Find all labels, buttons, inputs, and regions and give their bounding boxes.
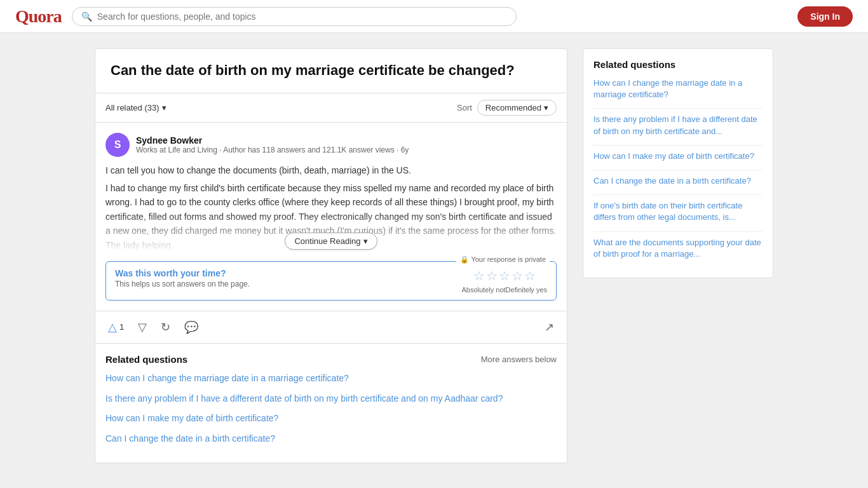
question-title: Can the date of birth on my marriage cer…: [111, 62, 552, 80]
search-icon: 🔍: [81, 11, 92, 22]
avatar: S: [105, 133, 130, 157]
chevron-down-icon: ▾: [363, 236, 368, 246]
related-link-4[interactable]: Can I change the date in a birth certifi…: [105, 433, 557, 445]
refresh-icon: ↻: [161, 320, 170, 334]
author-info: Sydnee Bowker Works at Life and Living ·…: [136, 135, 409, 154]
upvote-icon: △: [108, 320, 117, 334]
sign-in-button[interactable]: Sign In: [797, 6, 853, 27]
header: Quora 🔍 Sign In: [0, 0, 868, 33]
rating-question: Was this worth your time?: [115, 268, 250, 278]
sidebar-link-6[interactable]: What are the documents supporting your d…: [593, 237, 763, 260]
answer-paragraph-1: I can tell you how to change the documen…: [105, 163, 557, 177]
sidebar-link-2[interactable]: Is there any problem if I have a differe…: [593, 114, 763, 137]
page-content: Can the date of birth on my marriage cer…: [85, 33, 783, 478]
downvote-button[interactable]: ▽: [135, 318, 149, 337]
sidebar-link-1[interactable]: How can I change the marriage date in a …: [593, 78, 763, 100]
related-questions-title: Related questions: [105, 354, 187, 365]
sidebar-title: Related questions: [593, 59, 763, 70]
filter-bar: All related (33) ▾ Sort Recommended ▾: [95, 93, 567, 123]
related-link-3[interactable]: How can I make my date of birth certific…: [105, 412, 557, 425]
star-5[interactable]: ☆: [524, 268, 536, 283]
stars-row: ☆ ☆ ☆ ☆ ☆: [473, 268, 536, 283]
rating-privacy: 🔒 Your response is private: [456, 255, 550, 264]
stars-labels: Absolutely not Definitely yes: [461, 286, 547, 294]
sidebar-divider-4: [593, 194, 763, 195]
author-row: S Sydnee Bowker Works at Life and Living…: [105, 133, 557, 157]
all-related-filter[interactable]: All related (33) ▾: [105, 103, 166, 112]
share-icon: ↗: [545, 320, 554, 334]
more-answers-label: More answers below: [481, 355, 557, 364]
author-bio: Works at Life and Living · Author has 11…: [136, 146, 409, 154]
sort-label: Sort: [457, 103, 472, 112]
logo[interactable]: Quora: [15, 6, 62, 27]
star-1[interactable]: ☆: [473, 268, 485, 283]
search-input[interactable]: [97, 11, 507, 22]
sidebar-link-5[interactable]: If one's birth date on their birth certi…: [593, 200, 763, 223]
sort-area: Sort Recommended ▾: [457, 100, 557, 116]
upvote-button[interactable]: △ 1: [105, 318, 126, 337]
refresh-button[interactable]: ↻: [158, 318, 173, 337]
sidebar-divider-3: [593, 170, 763, 170]
related-questions-main: Related questions More answers below How…: [95, 344, 567, 463]
author-name[interactable]: Sydnee Bowker: [136, 135, 409, 146]
downvote-icon: ▽: [138, 320, 147, 334]
main-column: Can the date of birth on my marriage cer…: [95, 48, 567, 463]
continue-reading-button[interactable]: Continue Reading ▾: [285, 233, 377, 250]
answer-text: I can tell you how to change the documen…: [105, 163, 557, 252]
comment-button[interactable]: 💬: [182, 318, 201, 337]
sidebar-card: Related questions How can I change the m…: [583, 48, 773, 278]
related-link-2[interactable]: Is there any problem if I have a differe…: [105, 393, 557, 405]
question-box: Can the date of birth on my marriage cer…: [95, 48, 567, 93]
sort-dropdown[interactable]: Recommended ▾: [477, 100, 557, 116]
related-link-1[interactable]: How can I change the marriage date in a …: [105, 372, 557, 385]
share-button[interactable]: ↗: [542, 318, 557, 337]
star-2[interactable]: ☆: [486, 268, 498, 283]
related-header: Related questions More answers below: [105, 354, 557, 365]
rating-box: 🔒 Your response is private Was this wort…: [105, 261, 557, 301]
sidebar-divider-1: [593, 108, 763, 109]
sidebar-divider-5: [593, 231, 763, 232]
fade-overlay: Continue Reading ▾: [105, 214, 557, 252]
search-bar[interactable]: 🔍: [72, 7, 517, 26]
stars-container: ☆ ☆ ☆ ☆ ☆ Absolutely not Definitely yes: [461, 268, 547, 294]
comment-icon: 💬: [184, 320, 198, 334]
sidebar: Related questions How can I change the m…: [583, 48, 773, 463]
star-4[interactable]: ☆: [512, 268, 523, 283]
chevron-down-icon: ▾: [162, 103, 166, 112]
sidebar-link-3[interactable]: How can I make my date of birth certific…: [593, 151, 763, 162]
sidebar-divider-2: [593, 145, 763, 146]
lock-icon: 🔒: [460, 255, 469, 264]
star-3[interactable]: ☆: [499, 268, 510, 283]
chevron-down-icon: ▾: [544, 103, 548, 112]
action-bar: △ 1 ▽ ↻ 💬 ↗: [95, 311, 567, 344]
rating-sub: This helps us sort answers on the page.: [115, 280, 250, 288]
answer-card: S Sydnee Bowker Works at Life and Living…: [95, 123, 567, 311]
sidebar-link-4[interactable]: Can I change the date in a birth certifi…: [593, 175, 763, 187]
